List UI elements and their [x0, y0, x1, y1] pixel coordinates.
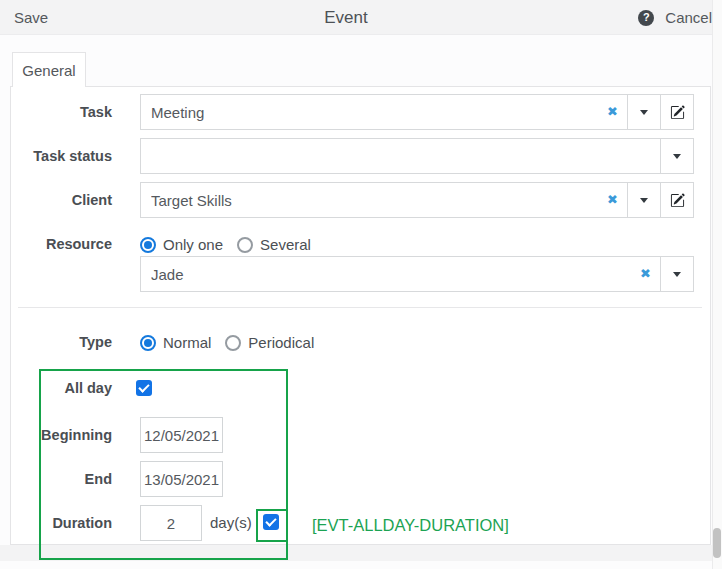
- annotation-tag: [EVT-ALLDAY-DURATION]: [312, 516, 509, 535]
- radio-normal-label[interactable]: Normal: [163, 334, 211, 351]
- task-status-input[interactable]: [140, 138, 661, 174]
- radio-several[interactable]: [237, 237, 253, 253]
- tab-general[interactable]: General: [12, 52, 86, 87]
- task-status-dropdown-button[interactable]: [661, 138, 694, 174]
- radio-several-label[interactable]: Several: [260, 236, 311, 253]
- client-clear-icon[interactable]: ✖: [607, 192, 618, 208]
- panel-footer-band: [0, 545, 712, 561]
- event-dialog: Save Event ? Cancel General Task ✖ Task …: [0, 0, 722, 569]
- resource-dropdown-button[interactable]: [661, 256, 694, 292]
- beginning-date-input[interactable]: [140, 417, 223, 453]
- radio-only-one[interactable]: [140, 237, 156, 253]
- duration-label: Duration: [0, 513, 112, 533]
- type-radio-group: NormalPeriodical: [140, 334, 328, 351]
- dialog-title: Event: [0, 8, 692, 28]
- duration-unit-label: day(s): [210, 513, 252, 533]
- resource-radio-group: Only oneSeveral: [140, 236, 325, 253]
- end-label: End: [0, 469, 112, 489]
- dialog-titlebar: Save Event ? Cancel: [0, 0, 722, 35]
- resource-label: Resource: [0, 234, 112, 254]
- scrollbar-thumb[interactable]: [713, 528, 721, 558]
- task-status-input-group: [140, 138, 694, 174]
- client-dropdown-button[interactable]: [628, 182, 661, 218]
- section-divider: [18, 307, 702, 308]
- radio-periodical[interactable]: [225, 335, 241, 351]
- radio-only-one-label[interactable]: Only one: [163, 236, 223, 253]
- vertical-scrollbar[interactable]: [712, 0, 722, 569]
- help-icon[interactable]: ?: [638, 10, 654, 26]
- client-input[interactable]: [140, 182, 628, 218]
- all-day-checkbox[interactable]: [136, 380, 152, 396]
- task-clear-icon[interactable]: ✖: [607, 104, 618, 120]
- duration-input[interactable]: [140, 505, 202, 541]
- beginning-label: Beginning: [0, 425, 112, 445]
- caret-down-icon: [673, 154, 681, 159]
- resource-clear-icon[interactable]: ✖: [640, 266, 651, 282]
- pencil-square-icon: [670, 105, 685, 120]
- radio-normal[interactable]: [140, 335, 156, 351]
- task-edit-button[interactable]: [661, 94, 694, 130]
- task-label: Task: [0, 102, 112, 122]
- duration-checkbox[interactable]: [263, 514, 279, 530]
- caret-down-icon: [673, 272, 681, 277]
- caret-down-icon: [640, 198, 648, 203]
- caret-down-icon: [640, 110, 648, 115]
- task-status-label: Task status: [0, 146, 112, 166]
- client-edit-button[interactable]: [661, 182, 694, 218]
- client-input-group: ✖: [140, 182, 694, 218]
- all-day-label: All day: [0, 378, 112, 398]
- task-dropdown-button[interactable]: [628, 94, 661, 130]
- pencil-square-icon: [670, 193, 685, 208]
- task-input-group: ✖: [140, 94, 694, 130]
- task-input[interactable]: [140, 94, 628, 130]
- end-date-input[interactable]: [140, 461, 223, 497]
- cancel-button[interactable]: Cancel: [665, 9, 712, 26]
- resource-input[interactable]: [140, 256, 661, 292]
- radio-periodical-label[interactable]: Periodical: [248, 334, 314, 351]
- resource-input-group: ✖: [140, 256, 694, 292]
- client-label: Client: [0, 190, 112, 210]
- type-label: Type: [0, 332, 112, 352]
